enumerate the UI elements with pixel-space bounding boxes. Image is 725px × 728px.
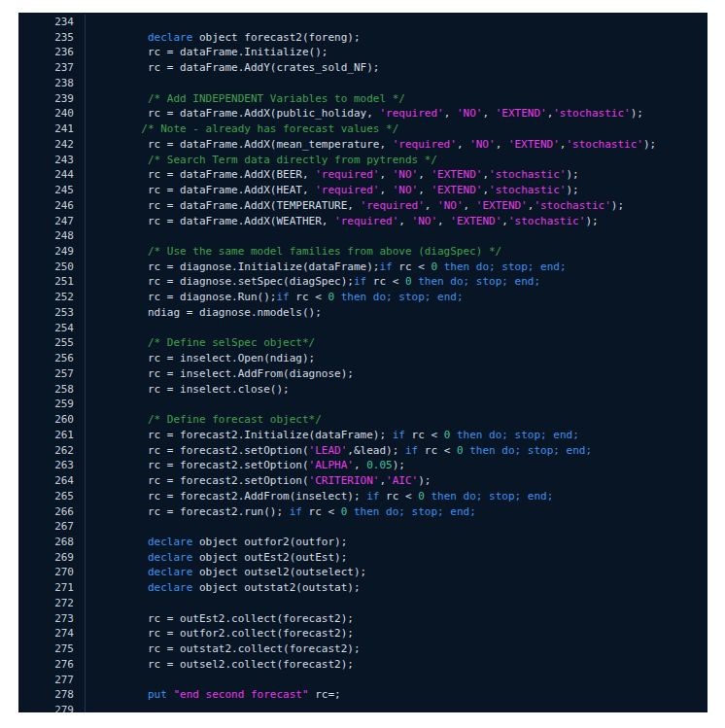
code-line[interactable]: 246 rc = dataFrame.AddX(TEMPERATURE, 're… — [18, 198, 708, 214]
code-line[interactable]: 270 declare object outsel2(outselect); — [18, 565, 708, 580]
code-line[interactable]: 254 — [18, 321, 708, 336]
line-number: 248 — [18, 228, 86, 244]
code-line[interactable]: 269 declare object outEst2(outEst); — [18, 550, 708, 566]
code-text — [86, 76, 96, 91]
line-number: 252 — [18, 290, 86, 305]
code-text: rc = inselect.Open(ndiag); — [86, 351, 315, 366]
code-line[interactable]: 261 rc = forecast2.Initialize(dataFrame)… — [18, 428, 708, 443]
code-line[interactable]: 258 rc = inselect.close(); — [18, 382, 708, 398]
line-number: 263 — [18, 458, 86, 473]
code-text: declare object forecast2(foreng); — [86, 30, 361, 46]
code-line[interactable]: 239 /* Add INDEPENDENT Variables to mode… — [18, 91, 708, 107]
line-number: 279 — [18, 703, 86, 712]
line-number: 235 — [18, 30, 86, 46]
code-text: declare object outfor2(outfor); — [86, 535, 347, 550]
code-line[interactable]: 266 rc = forecast2.run(); if rc < 0 then… — [18, 504, 708, 520]
code-line[interactable]: 242 rc = dataFrame.AddX(mean_temperature… — [18, 137, 708, 153]
code-line[interactable]: 260 /* Define forecast object*/ — [18, 412, 708, 428]
code-line[interactable]: 237 rc = dataFrame.AddY(crates_sold_NF); — [18, 60, 708, 76]
code-text: rc = inselect.AddFrom(diagnose); — [86, 366, 354, 382]
code-line[interactable]: 274 rc = outfor2.collect(forecast2); — [18, 626, 708, 641]
line-number: 271 — [18, 580, 86, 596]
line-number: 268 — [18, 535, 86, 550]
line-number: 256 — [18, 351, 86, 366]
code-line[interactable]: 255 /* Define selSpec object*/ — [18, 335, 708, 351]
code-editor[interactable]: 234235 declare object forecast2(foreng);… — [18, 13, 708, 712]
line-number: 244 — [18, 167, 86, 183]
code-line[interactable]: 259 — [18, 397, 708, 412]
code-text: /* Use the same model families from abov… — [86, 244, 501, 260]
code-line[interactable]: 250 rc = diagnose.Initialize(dataFrame);… — [18, 260, 708, 275]
code-text: rc = forecast2.setOption('ALPHA', 0.05); — [86, 458, 405, 473]
line-number: 270 — [18, 565, 86, 580]
code-line[interactable]: 244 rc = dataFrame.AddX(BEER, 'required'… — [18, 167, 708, 183]
code-line[interactable]: 248 — [18, 228, 708, 244]
code-text — [86, 673, 96, 688]
code-text: rc = inselect.close(); — [86, 382, 290, 398]
line-number: 257 — [18, 366, 86, 382]
code-line[interactable]: 276 rc = outsel2.collect(forecast2); — [18, 657, 708, 673]
line-number: 234 — [18, 15, 86, 30]
code-text — [86, 703, 96, 712]
code-text: /* Add INDEPENDENT Variables to model */ — [86, 91, 405, 107]
code-text: rc = forecast2.AddFrom(inselect); if rc … — [86, 489, 553, 504]
line-number: 264 — [18, 473, 86, 489]
code-line[interactable]: 273 rc = outEst2.collect(forecast2); — [18, 611, 708, 627]
code-text: declare object outsel2(outselect); — [86, 565, 366, 580]
line-number: 260 — [18, 412, 86, 428]
code-line[interactable]: 275 rc = outstat2.collect(forecast2); — [18, 641, 708, 657]
line-number: 272 — [18, 596, 86, 611]
line-number: 274 — [18, 626, 86, 641]
code-text: rc = forecast2.Initialize(dataFrame); if… — [86, 428, 579, 443]
code-line[interactable]: 251 rc = diagnose.setSpec(diagSpec);if r… — [18, 274, 708, 290]
line-number: 240 — [18, 106, 86, 121]
code-line[interactable]: 247 rc = dataFrame.AddX(WEATHER, 'requir… — [18, 214, 708, 229]
code-line[interactable]: 252 rc = diagnose.Run();if rc < 0 then d… — [18, 290, 708, 305]
code-line[interactable]: 240 rc = dataFrame.AddX(public_holiday, … — [18, 106, 708, 121]
code-text: rc = dataFrame.AddX(WEATHER, 'required',… — [86, 214, 599, 229]
line-number: 267 — [18, 519, 86, 535]
code-text — [86, 15, 96, 30]
code-line[interactable]: 278 put "end second forecast" rc=; — [18, 687, 708, 703]
code-text — [86, 397, 96, 412]
code-line[interactable]: 234 — [18, 15, 708, 30]
code-text: rc = dataFrame.AddX(HEAT, 'required', 'N… — [86, 183, 579, 198]
code-text: declare object outstat2(outstat); — [86, 580, 361, 596]
code-text: rc = dataFrame.AddX(mean_temperature, 'r… — [86, 137, 656, 153]
line-number: 266 — [18, 504, 86, 520]
line-number: 238 — [18, 76, 86, 91]
code-line[interactable]: 271 declare object outstat2(outstat); — [18, 580, 708, 596]
code-line[interactable]: 263 rc = forecast2.setOption('ALPHA', 0.… — [18, 458, 708, 473]
code-text: rc = diagnose.Run();if rc < 0 then do; s… — [86, 290, 464, 305]
code-line[interactable]: 265 rc = forecast2.AddFrom(inselect); if… — [18, 489, 708, 504]
code-text: rc = forecast2.setOption('LEAD',&lead); … — [86, 443, 592, 459]
code-line[interactable]: 262 rc = forecast2.setOption('LEAD',&lea… — [18, 443, 708, 459]
code-line[interactable]: 257 rc = inselect.AddFrom(diagnose); — [18, 366, 708, 382]
code-line[interactable]: 277 — [18, 673, 708, 688]
code-text: rc = dataFrame.AddX(TEMPERATURE, 'requir… — [86, 198, 624, 214]
code-line[interactable]: 238 — [18, 76, 708, 91]
code-line[interactable]: 243 /* Search Term data directly from py… — [18, 153, 708, 168]
code-line[interactable]: 272 — [18, 596, 708, 611]
code-line[interactable]: 256 rc = inselect.Open(ndiag); — [18, 351, 708, 366]
code-line[interactable]: 279 — [18, 703, 708, 712]
line-number: 265 — [18, 489, 86, 504]
line-number: 251 — [18, 274, 86, 290]
code-line[interactable]: 264 rc = forecast2.setOption('CRITERION'… — [18, 473, 708, 489]
line-number: 246 — [18, 198, 86, 214]
code-text — [86, 519, 96, 535]
code-line[interactable]: 249 /* Use the same model families from … — [18, 244, 708, 260]
line-number: 245 — [18, 183, 86, 198]
code-line[interactable]: 235 declare object forecast2(foreng); — [18, 30, 708, 46]
line-number: 269 — [18, 550, 86, 566]
code-line[interactable]: 236 rc = dataFrame.Initialize(); — [18, 45, 708, 60]
line-number: 275 — [18, 641, 86, 657]
code-line[interactable]: 245 rc = dataFrame.AddX(HEAT, 'required'… — [18, 183, 708, 198]
code-text: declare object outEst2(outEst); — [86, 550, 347, 566]
code-line[interactable]: 268 declare object outfor2(outfor); — [18, 535, 708, 550]
code-line[interactable]: 267 — [18, 519, 708, 535]
code-line[interactable]: 253 ndiag = diagnose.nmodels(); — [18, 305, 708, 321]
code-line[interactable]: 241 /* Note - already has forecast value… — [18, 121, 708, 137]
code-text: /* Define forecast object*/ — [86, 412, 322, 428]
code-text: rc = forecast2.run(); if rc < 0 then do;… — [86, 504, 476, 520]
